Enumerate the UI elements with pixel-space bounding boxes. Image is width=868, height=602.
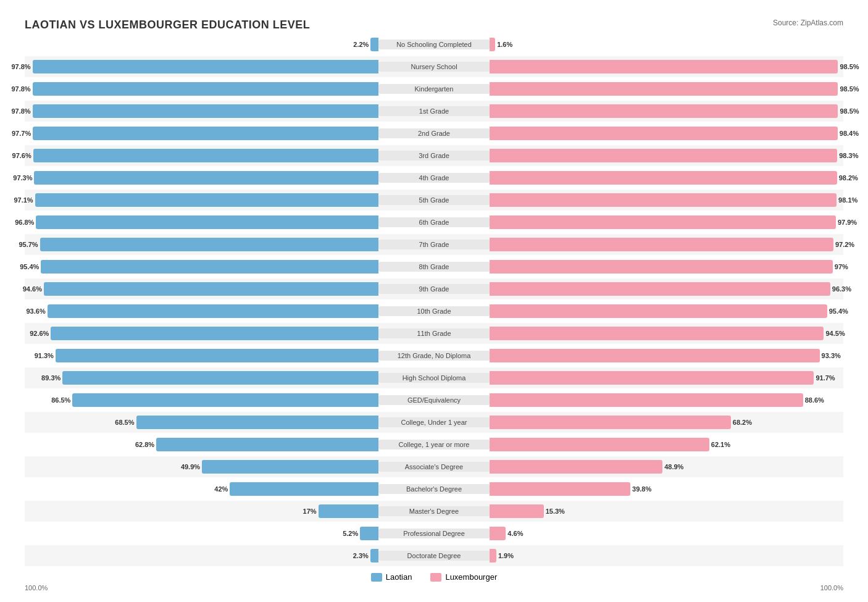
right-bar-label: 98.1%	[838, 196, 858, 204]
chart-title: LAOTIAN VS LUXEMBOURGER EDUCATION LEVEL	[25, 19, 310, 31]
right-bar-label: 48.9%	[664, 463, 683, 470]
bar-center-label: Doctorate Degree	[378, 551, 490, 561]
bar-row: 97.3%4th Grade98.2%	[25, 167, 843, 188]
left-bar: 93.6%	[48, 304, 378, 318]
bar-center-label: 6th Grade	[378, 217, 490, 227]
bar-row: 95.4%8th Grade97%	[25, 256, 843, 277]
left-bar: 97.1%	[35, 193, 378, 207]
bar-center-label: 1st Grade	[378, 106, 490, 116]
bar-center-label: Associate's Degree	[378, 462, 490, 472]
left-bar: 94.6%	[44, 282, 378, 296]
legend: Laotian Luxembourger	[25, 572, 843, 582]
left-bar: 97.8%	[33, 60, 378, 73]
bar-row: 2.2%No Schooling Completed1.6%	[25, 34, 843, 55]
right-bar: 98.5%	[490, 82, 838, 96]
left-bar: 2.3%	[370, 549, 378, 562]
right-bar: 94.5%	[490, 327, 824, 340]
bar-center-label: 12th Grade, No Diploma	[378, 351, 490, 361]
left-bar: 49.9%	[202, 460, 378, 474]
legend-laotian: Laotian	[371, 572, 412, 582]
bar-center-label: 2nd Grade	[378, 128, 490, 138]
right-bar: 97.2%	[490, 238, 833, 251]
left-bar-label: 93.6%	[26, 307, 45, 315]
left-bar: 5.2%	[360, 527, 378, 540]
right-bar: 88.6%	[490, 393, 803, 407]
right-bar-label: 4.6%	[507, 530, 523, 537]
bar-row: 91.3%12th Grade, No Diploma93.3%	[25, 345, 843, 366]
bar-row: 97.8%Kindergarten98.5%	[25, 78, 843, 99]
right-bar-label: 39.8%	[632, 485, 651, 493]
bar-center-label: 7th Grade	[378, 240, 490, 249]
left-bar-label: 86.5%	[51, 396, 70, 404]
bar-center-label: 8th Grade	[378, 262, 490, 272]
right-bar-label: 68.2%	[733, 419, 752, 426]
left-bar-label: 97.8%	[11, 107, 30, 115]
bar-row: 5.2%Professional Degree4.6%	[25, 523, 843, 544]
bar-row: 2.3%Doctorate Degree1.9%	[25, 545, 843, 566]
bar-center-label: 5th Grade	[378, 195, 490, 205]
right-bar: 93.3%	[490, 349, 820, 362]
bar-center-label: Kindergarten	[378, 84, 490, 94]
left-bar-label: 95.4%	[20, 263, 39, 270]
chart-source: Source: ZipAtlas.com	[773, 19, 843, 27]
right-bar-label: 97.9%	[838, 219, 857, 226]
right-bar-label: 98.5%	[840, 107, 859, 115]
left-bar: 97.8%	[33, 82, 378, 96]
x-axis-labels: 100.0% 100.0%	[25, 584, 843, 592]
bar-row: 97.7%2nd Grade98.4%	[25, 123, 843, 144]
right-bar: 97%	[490, 260, 833, 274]
right-bar-label: 98.2%	[839, 174, 858, 182]
bar-row: 93.6%10th Grade95.4%	[25, 301, 843, 322]
bar-row: 92.6%11th Grade94.5%	[25, 323, 843, 344]
bar-center-label: 3rd Grade	[378, 151, 490, 161]
right-bar-label: 93.3%	[822, 352, 841, 359]
right-bar: 4.6%	[490, 527, 506, 540]
right-bar-label: 97%	[835, 263, 848, 270]
legend-luxembourger-label: Luxembourger	[445, 572, 497, 582]
bar-row: 62.8%College, 1 year or more62.1%	[25, 434, 843, 455]
left-bar: 86.5%	[72, 393, 378, 407]
bar-row: 97.6%3rd Grade98.3%	[25, 145, 843, 166]
left-bar-label: 17%	[303, 508, 317, 515]
left-bar: 97.3%	[34, 171, 378, 185]
left-bar-label: 92.6%	[30, 330, 49, 337]
bar-row: 17%Master's Degree15.3%	[25, 501, 843, 522]
left-bar-label: 68.5%	[115, 419, 134, 426]
left-bar-label: 97.3%	[13, 174, 32, 182]
laotian-swatch	[371, 573, 382, 582]
left-bar: 42%	[230, 482, 378, 496]
right-bar: 1.9%	[490, 549, 496, 562]
left-bar: 62.8%	[156, 438, 378, 451]
left-bar: 2.2%	[370, 38, 378, 51]
left-bar-label: 91.3%	[35, 352, 54, 359]
right-bar: 98.2%	[490, 171, 837, 185]
left-bar-label: 96.8%	[15, 219, 34, 226]
bar-center-label: College, 1 year or more	[378, 440, 490, 449]
right-bar: 62.1%	[490, 438, 709, 451]
right-bar-label: 91.7%	[816, 374, 835, 382]
left-bar: 96.8%	[36, 215, 378, 229]
right-bar-label: 98.4%	[840, 130, 859, 137]
right-bar-label: 97.2%	[835, 241, 854, 248]
right-bar-label: 1.9%	[498, 552, 514, 559]
bar-center-label: Professional Degree	[378, 529, 490, 538]
bar-center-label: High School Diploma	[378, 373, 490, 383]
bar-row: 97.8%Nursery School98.5%	[25, 56, 843, 77]
right-bar: 91.7%	[490, 371, 814, 385]
right-bar-label: 96.3%	[832, 285, 851, 293]
left-bar-label: 97.6%	[12, 152, 31, 159]
bar-row: 42%Bachelor's Degree39.8%	[25, 479, 843, 500]
left-bar-label: 94.6%	[23, 285, 42, 293]
bar-row: 97.1%5th Grade98.1%	[25, 190, 843, 211]
left-bar: 91.3%	[56, 349, 378, 362]
right-bar: 98.4%	[490, 127, 838, 140]
left-bar-label: 42%	[214, 485, 228, 493]
right-bar: 98.5%	[490, 104, 838, 118]
right-bar: 98.3%	[490, 149, 837, 162]
right-bar-label: 15.3%	[546, 508, 565, 515]
left-bar-label: 2.2%	[353, 41, 369, 48]
right-bar: 98.1%	[490, 193, 837, 207]
bar-center-label: Bachelor's Degree	[378, 484, 490, 494]
left-bar: 92.6%	[51, 327, 378, 340]
right-bar: 68.2%	[490, 416, 731, 429]
